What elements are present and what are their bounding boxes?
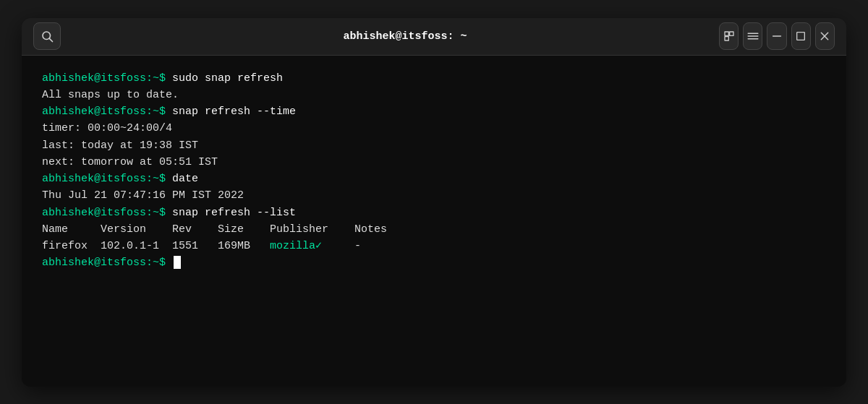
- cursor: [174, 256, 181, 269]
- svg-line-1: [49, 38, 52, 41]
- svg-rect-3: [729, 32, 733, 35]
- output-4: next: tomorrow at 05:51 IST: [42, 154, 826, 171]
- output-1: All snaps up to date.: [42, 87, 826, 103]
- command-2: snap refresh --time: [172, 106, 296, 118]
- table-row-firefox: firefox 102.0.1-1 1551 169MB mozilla✓ -: [42, 238, 826, 254]
- minimize-button[interactable]: [767, 22, 786, 50]
- prompt-2: abhishek@itsfoss:~$: [42, 106, 172, 118]
- prompt-4: abhishek@itsfoss:~$: [42, 207, 172, 219]
- minimize-icon: [771, 30, 783, 42]
- close-button[interactable]: [815, 22, 835, 50]
- maximize-button[interactable]: [791, 22, 811, 50]
- search-icon: [41, 30, 54, 43]
- command-1: sudo snap refresh: [172, 72, 283, 85]
- publisher-value: mozilla✓: [270, 240, 322, 252]
- window-title: abhishek@itsfoss: ~: [91, 30, 719, 43]
- line-2: abhishek@itsfoss:~$ snap refresh --time: [42, 103, 826, 120]
- prompt-5: abhishek@itsfoss:~$: [42, 257, 172, 269]
- publisher-column: Publisher: [270, 223, 328, 236]
- output-3: last: today at 19:38 IST: [42, 137, 826, 154]
- line-5: abhishek@itsfoss:~$: [42, 254, 826, 271]
- maximize-icon: [795, 30, 807, 42]
- command-3: date: [172, 173, 198, 185]
- output-5: Thu Jul 21 07:47:16 PM IST 2022: [42, 187, 826, 204]
- hamburger-button[interactable]: [743, 22, 762, 50]
- terminal-window: abhishek@itsfoss: ~: [22, 18, 846, 387]
- attach-icon: [723, 30, 735, 42]
- terminal-body[interactable]: abhishek@itsfoss:~$ sudo snap refresh Al…: [22, 56, 846, 286]
- search-button[interactable]: [33, 22, 61, 50]
- prompt-1: abhishek@itsfoss:~$: [42, 72, 172, 85]
- title-bar: abhishek@itsfoss: ~: [22, 18, 846, 56]
- command-4: snap refresh --list: [172, 207, 296, 219]
- line-4: abhishek@itsfoss:~$ snap refresh --list: [42, 205, 826, 221]
- hamburger-icon: [746, 30, 760, 43]
- title-bar-left: [33, 22, 91, 50]
- table-header: Name Version Rev Size Publisher Notes: [42, 221, 826, 238]
- line-1: abhishek@itsfoss:~$ sudo snap refresh: [42, 70, 826, 87]
- attach-button[interactable]: [719, 22, 739, 50]
- title-bar-right: [719, 22, 835, 50]
- svg-rect-9: [797, 33, 805, 40]
- svg-rect-2: [725, 32, 728, 35]
- svg-rect-4: [725, 37, 728, 40]
- line-3: abhishek@itsfoss:~$ date: [42, 171, 826, 187]
- output-2: timer: 00:00~24:00/4: [42, 120, 826, 137]
- close-icon: [819, 30, 830, 42]
- notes-column: Notes: [354, 223, 387, 236]
- prompt-3: abhishek@itsfoss:~$: [42, 173, 172, 185]
